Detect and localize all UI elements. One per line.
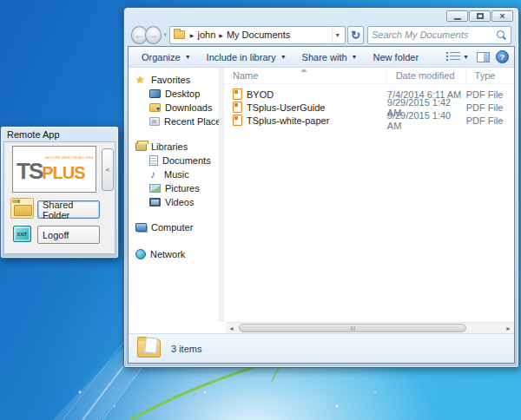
sidebar-group-libraries[interactable]: Libraries	[129, 140, 219, 154]
column-header-type[interactable]: Type	[466, 68, 514, 83]
recent-places-icon	[149, 117, 160, 126]
sidebar-item-desktop[interactable]: Desktop	[129, 87, 219, 101]
file-row[interactable]: BYOD 7/4/2014 6:11 AM PDF File	[224, 88, 514, 101]
file-row[interactable]: TSplus-UserGuide 9/29/2015 1:42 AM PDF F…	[224, 101, 514, 114]
preview-pane-icon[interactable]	[477, 52, 490, 62]
views-icon	[450, 52, 460, 62]
toolbar-right-group: ▼ ?	[448, 49, 509, 64]
videos-icon	[149, 198, 161, 207]
file-list: Name Date modified Type BYOD 7/4/2014 6:…	[224, 68, 514, 322]
sidebar-item-recent-places[interactable]: Recent Places	[129, 115, 219, 128]
pdf-file-icon	[233, 115, 242, 126]
refresh-button[interactable]: ↻	[347, 26, 364, 44]
pdf-file-icon	[233, 89, 242, 100]
search-icon[interactable]	[496, 30, 507, 41]
minimize-icon	[454, 18, 461, 20]
pdf-file-icon	[233, 102, 242, 113]
file-type: PDF File	[466, 102, 514, 113]
include-in-library-menu[interactable]: Include in library▼	[199, 49, 294, 65]
collapse-panel-button[interactable]: <	[102, 148, 114, 191]
search-input[interactable]	[372, 30, 496, 40]
favorites-label: Favorites	[151, 75, 190, 85]
folder-icon	[137, 339, 161, 358]
refresh-icon: ↻	[351, 29, 360, 42]
details-pane: 3 items	[129, 333, 514, 363]
maximize-button[interactable]	[469, 10, 491, 22]
pictures-label: Pictures	[165, 183, 200, 194]
sort-ascending-icon	[300, 69, 307, 72]
shared-folder-button-label: Shared Folder	[43, 200, 99, 220]
breadcrumb-segment-john[interactable]: john	[197, 30, 215, 40]
exit-icon-text: EXIT	[17, 232, 27, 237]
include-in-library-label: Include in library	[207, 52, 276, 62]
close-icon: ×	[499, 11, 505, 21]
minimize-button[interactable]	[446, 10, 468, 22]
horizontal-scrollbar[interactable]: ◄ ►	[226, 322, 514, 333]
navigation-pane: Favorites Desktop Downloads Recent Place…	[129, 68, 219, 322]
sidebar-item-pictures[interactable]: Pictures	[129, 181, 219, 195]
forward-arrow-icon: →	[148, 29, 159, 41]
file-name: TSplus-white-paper	[247, 115, 329, 126]
sidebar-item-documents[interactable]: Documents	[129, 154, 219, 167]
collapse-arrow-icon: <	[106, 166, 110, 174]
shared-folder-icon	[10, 198, 34, 219]
file-date-modified: 9/29/2015 1:40 AM	[387, 110, 466, 131]
address-dropdown-icon[interactable]: ▾	[332, 27, 343, 43]
libraries-icon	[135, 142, 147, 151]
sidebar-spacer	[129, 209, 219, 220]
recent-pages-chevron-icon[interactable]: ▾	[163, 31, 167, 38]
scroll-left-arrow-icon[interactable]: ◄	[226, 323, 237, 334]
recent-places-label: Recent Places	[164, 116, 219, 127]
desktop-label: Desktop	[165, 89, 200, 99]
chevron-down-icon: ▼	[463, 54, 469, 60]
scrollbar-thumb[interactable]	[239, 324, 466, 332]
documents-icon	[149, 155, 158, 166]
sidebar-spacer	[129, 128, 219, 140]
explorer-titlebar[interactable]: ×	[124, 8, 518, 23]
shared-folder-button[interactable]: Shared Folder	[37, 200, 100, 219]
explorer-navigation-bar: ← → ▾ ▶ john ▶ My Documents ▾ ↻	[124, 23, 518, 46]
documents-label: Documents	[162, 155, 211, 166]
desktop: × ← → ▾ ▶ john ▶ My Documents ▾ ↻	[0, 0, 521, 420]
sidebar-item-music[interactable]: Music	[129, 167, 219, 181]
remote-app-title: Remote App	[7, 129, 60, 140]
column-header-date-modified[interactable]: Date modified	[387, 68, 466, 83]
logo-ts-text: TS	[16, 158, 42, 184]
explorer-client-area: Organize▼ Include in library▼ Share with…	[128, 46, 515, 364]
pictures-icon	[149, 184, 161, 193]
logoff-button-label: Logoff	[43, 230, 69, 240]
forward-button[interactable]: →	[145, 26, 162, 44]
sidebar-group-network[interactable]: Network	[129, 247, 219, 261]
sidebar-group-computer[interactable]: Computer	[129, 220, 219, 234]
file-row[interactable]: TSplus-white-paper 9/29/2015 1:40 AM PDF…	[224, 114, 514, 127]
sidebar-item-downloads[interactable]: Downloads	[129, 101, 219, 115]
close-button[interactable]: ×	[491, 10, 513, 22]
items-count: 3 items	[171, 344, 201, 354]
sidebar-group-favorites[interactable]: Favorites	[129, 73, 219, 87]
computer-label: Computer	[151, 222, 193, 233]
change-view-button[interactable]: ▼	[448, 49, 471, 64]
videos-label: Videos	[165, 197, 194, 207]
file-name: TSplus-UserGuide	[247, 102, 325, 113]
help-icon[interactable]: ?	[496, 50, 509, 63]
sidebar-item-videos[interactable]: Videos	[129, 195, 219, 209]
chevron-down-icon: ▼	[352, 54, 358, 60]
share-with-menu[interactable]: Share with▼	[294, 49, 366, 65]
network-label: Network	[150, 249, 185, 259]
breadcrumb-segment-my-documents[interactable]: My Documents	[227, 30, 290, 40]
file-type: PDF File	[466, 89, 514, 100]
breadcrumb-separator-icon: ▶	[190, 32, 195, 38]
organize-menu[interactable]: Organize▼	[134, 49, 199, 65]
music-label: Music	[164, 169, 189, 180]
explorer-command-bar: Organize▼ Include in library▼ Share with…	[129, 47, 514, 68]
scroll-right-arrow-icon[interactable]: ►	[503, 323, 514, 334]
logoff-button[interactable]: Logoff	[37, 226, 100, 244]
address-bar[interactable]: ▶ john ▶ My Documents ▾	[169, 26, 346, 44]
explorer-main-area: Favorites Desktop Downloads Recent Place…	[129, 68, 514, 322]
remote-app-titlebar[interactable]: Remote App	[1, 127, 118, 141]
file-type: PDF File	[466, 115, 514, 126]
network-icon	[135, 249, 146, 259]
new-folder-button[interactable]: New folder	[366, 49, 427, 65]
music-icon	[149, 169, 160, 180]
remote-app-window: Remote App TSPLUS SECURE REMOTE ACCESS <…	[0, 126, 119, 259]
